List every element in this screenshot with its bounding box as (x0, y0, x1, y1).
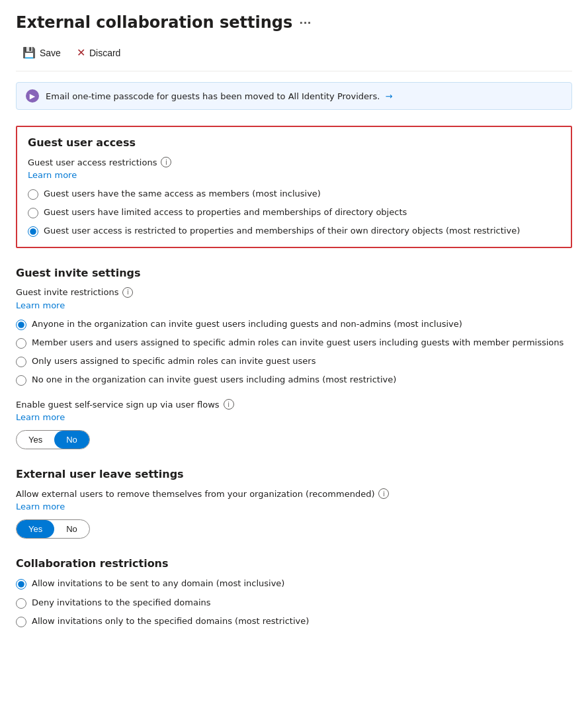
guest-invite-radio-3[interactable] (16, 357, 26, 367)
guest-user-access-label: Guest user access restrictions i (28, 157, 560, 167)
guest-selfservice-learn-more[interactable]: Learn more (16, 412, 572, 422)
guest-user-access-option-label-2: Guest users have limited access to prope… (44, 206, 407, 218)
save-button[interactable]: 💾 Save (16, 42, 67, 63)
guest-selfservice-no-button[interactable]: No (54, 431, 89, 449)
external-leave-yes-button[interactable]: Yes (17, 520, 54, 538)
external-leave-no-button[interactable]: No (54, 520, 89, 538)
guest-user-access-options: Guest users have the same access as memb… (28, 188, 560, 238)
guest-invite-option-3[interactable]: Only users assigned to specific admin ro… (16, 355, 572, 367)
guest-invite-radio-4[interactable] (16, 375, 26, 386)
discard-label: Discard (89, 48, 120, 58)
collab-restrictions-option-1[interactable]: Allow invitations to be sent to any doma… (16, 578, 572, 590)
guest-selfservice-yes-button[interactable]: Yes (17, 431, 54, 449)
collab-restrictions-option-label-3: Allow invitations only to the specified … (32, 615, 309, 627)
guest-selfservice-label: Enable guest self-service sign up via us… (16, 399, 572, 410)
toolbar: 💾 Save ✕ Discard (16, 42, 572, 71)
guest-invite-option-4[interactable]: No one in the organization can invite gu… (16, 374, 572, 386)
notification-arrow[interactable]: → (385, 91, 392, 101)
collab-restrictions-radio-1[interactable] (16, 579, 26, 590)
guest-invite-option-label-4: No one in the organization can invite gu… (32, 374, 396, 386)
guest-user-access-title: Guest user access (28, 136, 560, 149)
guest-user-access-option-label-3: Guest user access is restricted to prope… (44, 225, 520, 237)
save-label: Save (40, 48, 61, 58)
guest-user-access-info-icon[interactable]: i (161, 157, 171, 167)
guest-invite-option-label-2: Member users and users assigned to speci… (32, 337, 564, 349)
guest-invite-option-2[interactable]: Member users and users assigned to speci… (16, 337, 572, 349)
collab-restrictions-radio-2[interactable] (16, 598, 26, 609)
collab-restrictions-section: Collaboration restrictions Allow invitat… (16, 557, 572, 627)
collab-restrictions-title: Collaboration restrictions (16, 557, 572, 570)
guest-user-access-radio-1[interactable] (28, 189, 38, 200)
external-leave-learn-more[interactable]: Learn more (16, 502, 572, 511)
guest-invite-info-icon[interactable]: i (122, 287, 133, 298)
guest-invite-option-1[interactable]: Anyone in the organization can invite gu… (16, 318, 572, 330)
notification-text: Email one-time passcode for guests has b… (46, 91, 392, 101)
collab-restrictions-option-label-2: Deny invitations to the specified domain… (32, 597, 211, 609)
collab-restrictions-option-3[interactable]: Allow invitations only to the specified … (16, 615, 572, 627)
guest-invite-option-label-3: Only users assigned to specific admin ro… (32, 355, 315, 367)
guest-invite-options: Anyone in the organization can invite gu… (16, 318, 572, 386)
external-leave-section: External user leave settings Allow exter… (16, 468, 572, 539)
guest-selfservice-info-icon[interactable]: i (224, 399, 234, 410)
discard-icon: ✕ (77, 46, 85, 59)
external-leave-toggle: Yes No (16, 519, 90, 539)
guest-invite-radio-1[interactable] (16, 320, 26, 330)
collab-restrictions-option-label-1: Allow invitations to be sent to any doma… (32, 578, 284, 590)
external-leave-title: External user leave settings (16, 468, 572, 480)
external-leave-label: Allow external users to remove themselve… (16, 488, 572, 499)
collab-restrictions-options: Allow invitations to be sent to any doma… (16, 578, 572, 627)
guest-user-access-option-2[interactable]: Guest users have limited access to prope… (28, 206, 560, 218)
more-options-icon[interactable]: ··· (299, 17, 311, 29)
guest-user-access-learn-more[interactable]: Learn more (28, 170, 560, 180)
guest-user-access-section: Guest user access Guest user access rest… (16, 126, 572, 248)
guest-invite-option-label-1: Anyone in the organization can invite gu… (32, 318, 462, 330)
guest-user-access-option-3[interactable]: Guest user access is restricted to prope… (28, 225, 560, 237)
guest-invite-section: Guest invite settings Guest invite restr… (16, 267, 572, 450)
collab-restrictions-radio-3[interactable] (16, 617, 26, 627)
guest-selfservice-toggle: Yes No (16, 430, 90, 449)
notification-bar: ▶ Email one-time passcode for guests has… (16, 82, 572, 110)
guest-user-access-option-1[interactable]: Guest users have the same access as memb… (28, 188, 560, 200)
guest-invite-title: Guest invite settings (16, 267, 572, 279)
guest-user-access-option-label-1: Guest users have the same access as memb… (44, 188, 321, 200)
guest-invite-learn-more[interactable]: Learn more (16, 300, 572, 310)
guest-invite-label: Guest invite restrictions i (16, 287, 572, 298)
page-title: External collaboration settings (16, 13, 292, 32)
notification-icon: ▶ (26, 89, 39, 103)
save-icon: 💾 (22, 46, 36, 59)
collab-restrictions-option-2[interactable]: Deny invitations to the specified domain… (16, 597, 572, 609)
discard-button[interactable]: ✕ Discard (70, 42, 127, 63)
guest-invite-radio-2[interactable] (16, 338, 26, 349)
external-leave-info-icon[interactable]: i (378, 488, 389, 499)
guest-user-access-radio-3[interactable] (28, 226, 38, 237)
guest-user-access-radio-2[interactable] (28, 208, 38, 218)
